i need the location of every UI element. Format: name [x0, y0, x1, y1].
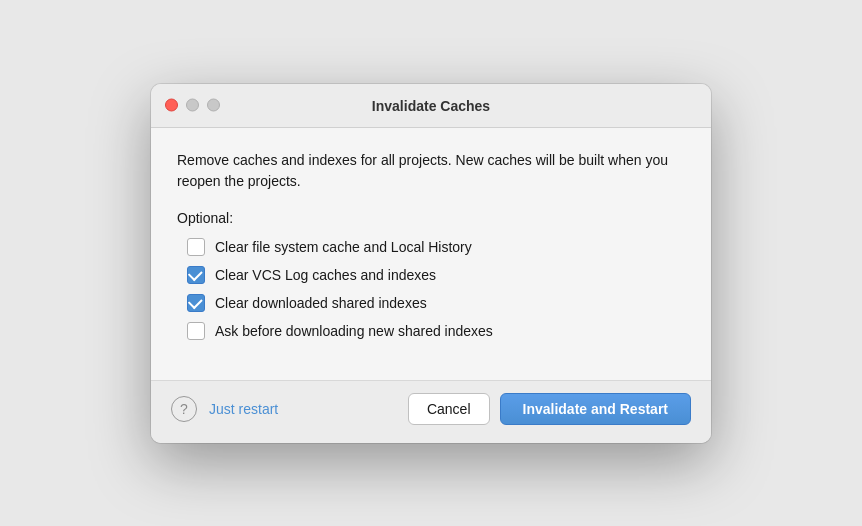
help-button[interactable]: ? — [171, 396, 197, 422]
checkbox-label-2: Clear VCS Log caches and indexes — [215, 267, 436, 283]
invalidate-caches-dialog: Invalidate Caches Remove caches and inde… — [151, 84, 711, 443]
custom-checkbox-3[interactable] — [187, 294, 205, 312]
title-bar: Invalidate Caches — [151, 84, 711, 128]
close-button[interactable] — [165, 99, 178, 112]
checkbox-item-2[interactable]: Clear VCS Log caches and indexes — [187, 266, 685, 284]
optional-label: Optional: — [177, 210, 685, 226]
maximize-button[interactable] — [207, 99, 220, 112]
checkbox-item-1[interactable]: Clear file system cache and Local Histor… — [187, 238, 685, 256]
custom-checkbox-2[interactable] — [187, 266, 205, 284]
invalidate-restart-button[interactable]: Invalidate and Restart — [500, 393, 692, 425]
custom-checkbox-1[interactable] — [187, 238, 205, 256]
dialog-footer: ? Just restart Cancel Invalidate and Res… — [151, 380, 711, 443]
description-text: Remove caches and indexes for all projec… — [177, 150, 685, 192]
minimize-button[interactable] — [186, 99, 199, 112]
checkbox-label-4: Ask before downloading new shared indexe… — [215, 323, 493, 339]
checkbox-list: Clear file system cache and Local Histor… — [177, 238, 685, 340]
checkbox-item-4[interactable]: Ask before downloading new shared indexe… — [187, 322, 685, 340]
checkbox-label-3: Clear downloaded shared indexes — [215, 295, 427, 311]
cancel-button[interactable]: Cancel — [408, 393, 490, 425]
window-controls — [165, 99, 220, 112]
dialog-body: Remove caches and indexes for all projec… — [151, 128, 711, 380]
dialog-title: Invalidate Caches — [372, 98, 490, 114]
checkbox-item-3[interactable]: Clear downloaded shared indexes — [187, 294, 685, 312]
checkbox-label-1: Clear file system cache and Local Histor… — [215, 239, 472, 255]
just-restart-button[interactable]: Just restart — [209, 401, 278, 417]
custom-checkbox-4[interactable] — [187, 322, 205, 340]
